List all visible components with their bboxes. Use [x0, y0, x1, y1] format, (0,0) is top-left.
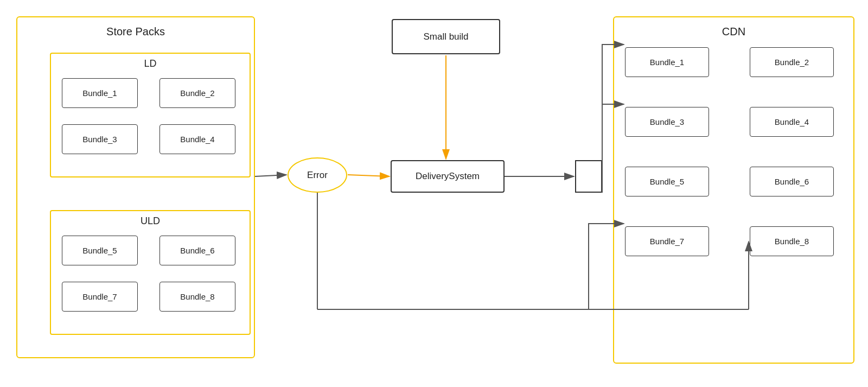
cdn-bundle-7: Bundle_7: [625, 226, 709, 256]
cdn-bundle-6: Bundle_6: [750, 167, 834, 196]
ld-label: LD: [51, 58, 250, 69]
cdn-bundle-5: Bundle_5: [625, 167, 709, 196]
cdn-bundle-2: Bundle_2: [750, 47, 834, 77]
cdn-bundle-3: Bundle_3: [625, 107, 709, 137]
uld-box: ULD Bundle_5 Bundle_6 Bundle_7 Bundle_8: [50, 210, 251, 335]
bundle-box-2: Bundle_2: [159, 78, 235, 108]
uld-label: ULD: [51, 215, 250, 227]
bundle-box-4: Bundle_4: [159, 124, 235, 154]
bundle-box-5: Bundle_5: [62, 236, 138, 265]
cdn-bundle-8: Bundle_8: [750, 226, 834, 256]
bundle-box-6: Bundle_6: [159, 236, 235, 265]
error-ellipse: Error: [288, 157, 347, 193]
small-build-box: Small build: [392, 19, 500, 54]
cdn-bundle-1: Bundle_1: [625, 47, 709, 77]
connector-box: [575, 160, 602, 193]
bundle-box-8: Bundle_8: [159, 282, 235, 312]
delivery-system-box: DeliverySystem: [391, 160, 505, 193]
bundle-box-7: Bundle_7: [62, 282, 138, 312]
svg-line-3: [255, 175, 286, 176]
bundle-box-3: Bundle_3: [62, 124, 138, 154]
cdn-box: CDN Bundle_1 Bundle_2 Bundle_3 Bundle_4 …: [613, 16, 854, 364]
bundle-box-1: Bundle_1: [62, 78, 138, 108]
cdn-label: CDN: [614, 26, 853, 38]
cdn-bundle-4: Bundle_4: [750, 107, 834, 137]
ld-box: LD Bundle_1 Bundle_2 Bundle_3 Bundle_4: [50, 53, 251, 177]
store-packs-box: Store Packs LD Bundle_1 Bundle_2 Bundle_…: [16, 16, 255, 358]
diagram-container: Store Packs LD Bundle_1 Bundle_2 Bundle_…: [0, 0, 868, 387]
svg-line-4: [348, 175, 390, 176]
store-packs-label: Store Packs: [17, 26, 254, 38]
